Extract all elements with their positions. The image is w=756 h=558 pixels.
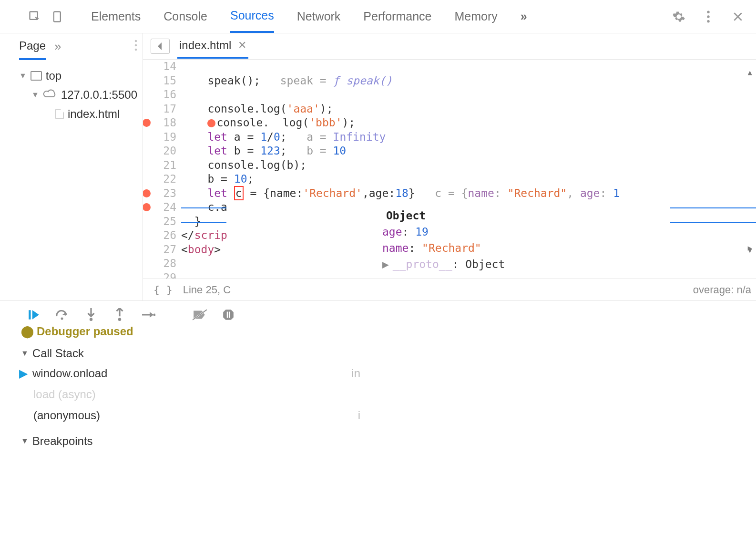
code-line[interactable]: b = 10; bbox=[181, 172, 756, 186]
call-stack-header[interactable]: ▼ Call Stack bbox=[0, 338, 756, 363]
debugger-panel: ⬤Debugger paused ▼ Call Stack ▶window.on… bbox=[0, 300, 756, 451]
svg-rect-8 bbox=[29, 310, 31, 320]
svg-point-4 bbox=[707, 20, 709, 22]
svg-point-9 bbox=[61, 318, 63, 320]
call-stack-list: ▶window.onloadinload (async)(anonymous)i bbox=[0, 363, 756, 426]
chevron-down-icon: ▼ bbox=[19, 72, 27, 80]
tab-sources[interactable]: Sources bbox=[230, 0, 274, 33]
code-line[interactable] bbox=[181, 60, 756, 74]
debugger-status: ⬤Debugger paused bbox=[0, 325, 756, 338]
tree-frame-top[interactable]: ▼ top bbox=[19, 66, 143, 85]
tree-label: 127.0.0.1:5500 bbox=[61, 88, 137, 102]
editor-decoration bbox=[670, 207, 756, 208]
step-into-icon[interactable] bbox=[83, 307, 99, 322]
file-tree: ▼ top ▼ 127.0.0.1:5500 index.html bbox=[0, 60, 143, 124]
settings-gear-icon[interactable] bbox=[670, 8, 687, 25]
tab-memory[interactable]: Memory bbox=[454, 1, 497, 32]
code-line[interactable]: console. log('bbb'); bbox=[181, 116, 756, 130]
tab-console[interactable]: Console bbox=[163, 1, 207, 32]
devtools-tabs: Elements Console Sources Network Perform… bbox=[91, 0, 527, 33]
breakpoints-header[interactable]: ▼ Breakpoints bbox=[0, 426, 756, 451]
call-stack-frame[interactable]: (anonymous)i bbox=[0, 405, 756, 426]
cloud-icon bbox=[43, 88, 57, 102]
pause-on-exceptions-icon[interactable] bbox=[221, 307, 236, 322]
code-line[interactable]: let b = 123; b = 10 bbox=[181, 144, 756, 158]
editor-pane: index.html ✕ ▴ ▾ ▸ 141516171819202122232… bbox=[143, 33, 756, 300]
svg-point-10 bbox=[90, 318, 92, 320]
svg-point-6 bbox=[135, 44, 137, 47]
svg-point-12 bbox=[153, 314, 156, 316]
device-toolbar-icon[interactable] bbox=[49, 8, 66, 25]
editor-decoration bbox=[670, 222, 756, 223]
svg-rect-14 bbox=[229, 312, 230, 318]
close-tab-icon[interactable]: ✕ bbox=[238, 39, 246, 52]
editor-history-back-icon[interactable] bbox=[151, 39, 170, 54]
svg-rect-13 bbox=[227, 312, 228, 318]
tree-label: index.html bbox=[68, 107, 120, 121]
tab-network[interactable]: Network bbox=[297, 1, 341, 32]
svg-rect-1 bbox=[54, 11, 61, 21]
line-number-gutter: 14151617181920212223242526272829 bbox=[143, 60, 181, 279]
step-over-icon[interactable] bbox=[55, 307, 70, 322]
editor-tab-label: index.html bbox=[179, 39, 231, 52]
section-title: Call Stack bbox=[32, 347, 84, 360]
tab-performance[interactable]: Performance bbox=[363, 1, 431, 32]
svg-point-5 bbox=[135, 40, 137, 42]
svg-point-2 bbox=[707, 10, 709, 13]
warning-icon: ⬤ bbox=[21, 325, 34, 338]
svg-point-11 bbox=[118, 318, 121, 320]
editor-decoration bbox=[181, 207, 226, 208]
editor-tab-index[interactable]: index.html ✕ bbox=[177, 34, 248, 59]
code-line[interactable]: console.log(b); bbox=[181, 158, 756, 173]
step-icon[interactable] bbox=[141, 307, 156, 322]
navigator-header: Page » bbox=[0, 33, 143, 60]
call-stack-frame[interactable]: load (async) bbox=[0, 384, 756, 405]
editor-status-bar: { } Line 25, C overage: n/a bbox=[143, 279, 756, 300]
kebab-menu-icon[interactable] bbox=[700, 8, 717, 25]
chevron-down-icon: ▼ bbox=[21, 349, 29, 358]
svg-point-7 bbox=[135, 49, 137, 51]
code-line[interactable]: let a = 1/0; a = Infinity bbox=[181, 130, 756, 145]
object-hover-tooltip: Object age: 19name: "Rechard"▶__proto__:… bbox=[372, 207, 639, 272]
deactivate-breakpoints-icon[interactable] bbox=[192, 307, 207, 322]
resume-button-icon[interactable] bbox=[26, 307, 41, 322]
editor-tabbar: index.html ✕ bbox=[143, 33, 756, 60]
tooltip-title: Object bbox=[372, 207, 639, 224]
step-out-icon[interactable] bbox=[112, 307, 127, 322]
tree-origin[interactable]: ▼ 127.0.0.1:5500 bbox=[19, 85, 143, 104]
navigator-menu-icon[interactable] bbox=[134, 40, 138, 53]
navigator-tab-page[interactable]: Page bbox=[19, 33, 46, 60]
chevron-down-icon: ▼ bbox=[31, 91, 39, 99]
tooltip-property: ▶__proto__: Object bbox=[372, 256, 639, 272]
sources-main: Page » ▼ top ▼ 127.0.0.1:5500 index.htm bbox=[0, 33, 756, 300]
tooltip-property: name: "Rechard" bbox=[372, 240, 639, 256]
editor-decoration bbox=[181, 222, 226, 223]
file-icon bbox=[55, 109, 64, 119]
coverage-status: overage: n/a bbox=[693, 284, 751, 296]
chevron-down-icon: ▼ bbox=[21, 437, 29, 445]
tree-label: top bbox=[46, 69, 61, 83]
svg-point-3 bbox=[707, 15, 709, 18]
pretty-print-icon[interactable]: { } bbox=[153, 284, 173, 296]
code-line[interactable]: speak(); speak = ƒ speak() bbox=[181, 74, 756, 88]
code-line[interactable]: let c = {name:'Rechard',age:18} c = {nam… bbox=[181, 186, 756, 201]
code-line[interactable]: console.log('aaa'); bbox=[181, 102, 756, 116]
section-title: Breakpoints bbox=[32, 434, 93, 448]
tabs-overflow-icon[interactable]: » bbox=[521, 1, 527, 32]
tree-file-index[interactable]: index.html bbox=[19, 104, 143, 124]
devtools-toolbar: Elements Console Sources Network Perform… bbox=[0, 0, 756, 33]
inspect-element-icon[interactable] bbox=[26, 8, 43, 25]
code-line[interactable] bbox=[181, 88, 756, 102]
close-icon[interactable] bbox=[729, 8, 746, 25]
cursor-position: Line 25, C bbox=[183, 284, 231, 296]
navigator-overflow-icon[interactable]: » bbox=[54, 39, 61, 54]
code-editor[interactable]: ▴ ▾ ▸ 14151617181920212223242526272829 s… bbox=[143, 60, 756, 279]
tab-elements[interactable]: Elements bbox=[91, 1, 141, 32]
call-stack-frame[interactable]: ▶window.onloadin bbox=[0, 363, 756, 384]
tooltip-property: age: 19 bbox=[372, 224, 639, 240]
frame-icon bbox=[31, 71, 42, 81]
navigator-pane: Page » ▼ top ▼ 127.0.0.1:5500 index.htm bbox=[0, 33, 143, 300]
